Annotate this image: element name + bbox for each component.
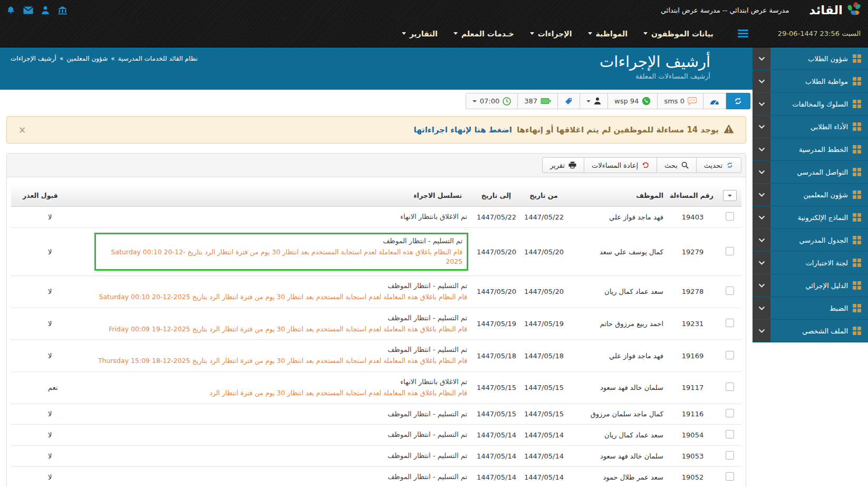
user-select-cell[interactable] (580, 93, 608, 109)
chevron-down-icon (758, 79, 765, 84)
sidebar-expand-toggle[interactable] (753, 320, 770, 342)
nav-menu-item[interactable]: المواظبة (588, 30, 628, 38)
brand[interactable]: القائد (809, 2, 862, 19)
row-checkbox[interactable] (726, 472, 734, 481)
sidebar-expand-toggle[interactable] (753, 47, 770, 70)
row-checkbox[interactable] (726, 287, 734, 295)
sidebar-item-label: الملف الشخصي (770, 327, 848, 335)
sidebar-item-label: شؤون المعلمين (770, 191, 848, 199)
breadcrumb-home[interactable]: نظام القائد للخدمات المدرسية (118, 55, 198, 62)
row-employee: فهد ماجد فواز علي (567, 340, 668, 372)
time-cell[interactable]: 07:00 (466, 93, 518, 109)
nav-menu-item[interactable]: التقارير (402, 30, 438, 38)
sms-cell[interactable]: sms 0 (657, 93, 703, 109)
refresh-button[interactable]: تحديث (696, 157, 741, 173)
sidebar-item[interactable]: النماذج الإلكترونية (753, 206, 868, 229)
sidebar-item[interactable]: التواصل المدرسي (753, 161, 868, 184)
sidebar-expand-toggle[interactable] (753, 229, 770, 251)
row-checkbox[interactable] (726, 319, 734, 327)
table-row: 19052 سعد عمر طلال حمود 1447/05/14 1447/… (11, 467, 741, 487)
sms-count: sms 0 (664, 97, 684, 105)
sidebar-item[interactable]: مواظبة الطلاب (753, 70, 868, 93)
row-to-date: 1447/05/22 (472, 207, 520, 228)
alert-text: يوجد 14 مساءلة للموظفين لم يتم اغلاقها أ… (517, 125, 719, 135)
row-checkbox[interactable] (726, 212, 734, 221)
refresh-toolbar-button[interactable] (726, 93, 750, 109)
sidebar-expand-toggle[interactable] (753, 93, 770, 115)
sidebar-expand-toggle[interactable] (753, 297, 770, 319)
chevron-down-icon (402, 32, 406, 35)
time-value: 07:00 (480, 97, 499, 105)
report-button[interactable]: تقرير (542, 157, 584, 173)
breadcrumb-section[interactable]: شؤون المعلمين (66, 55, 108, 62)
table-row: 19279 كمال يوسف علي سعد 1447/05/20 1447/… (11, 227, 741, 275)
action-status: تم التسليم - انتظار الموظف (95, 430, 467, 440)
row-from-date: 1447/05/14 (520, 446, 567, 467)
row-checkbox[interactable] (726, 451, 734, 460)
action-auto-close-note: قام النظام باغلاق هذه المعاملة لعدم استج… (95, 356, 467, 366)
row-checkbox[interactable] (726, 430, 734, 438)
sidebar-item[interactable]: شؤون الطلاب (753, 47, 868, 70)
action-status: تم التسليم - انتظار الموظف (95, 472, 467, 482)
sidebar-item[interactable]: الملف الشخصي (753, 320, 868, 342)
alert-finish-link[interactable]: اضغط هنا لإنهاء اجراءاتها (414, 125, 512, 135)
nav-menu-item[interactable]: خـدمات المعلم (454, 30, 514, 38)
battery-icon (541, 98, 551, 104)
sidebar-expand-toggle[interactable] (753, 252, 770, 274)
sidebar-item-label: لجنة الاختبارات (770, 259, 848, 267)
close-icon[interactable]: × (18, 126, 26, 135)
sidebar-expand-toggle[interactable] (753, 116, 770, 138)
row-checkbox[interactable] (726, 383, 734, 391)
col-header-employee: الموظف (567, 185, 668, 207)
grid-icon (853, 327, 861, 335)
select-all-dropdown[interactable] (723, 190, 737, 201)
row-id: 19053 (668, 446, 718, 467)
dashboard-cell[interactable] (703, 93, 726, 109)
row-excuse-accepted: نعم (11, 371, 90, 404)
row-employee: سلمان خالد فهد سعود (567, 371, 668, 404)
sidebar-expand-toggle[interactable] (753, 161, 770, 183)
row-id: 19279 (668, 227, 718, 275)
action-sequence-cell: تم التسليم - انتظار الموظف (94, 409, 468, 420)
nav-menu-item[interactable]: بيانات الموظفون (643, 30, 713, 38)
sidebar-item[interactable]: الدليل الإجرائي (753, 274, 868, 297)
sidebar-item[interactable]: الضبط (753, 297, 868, 320)
whatsapp-icon (642, 97, 651, 106)
row-checkbox[interactable] (726, 351, 734, 359)
nav-menu-item[interactable]: الإجراءات (530, 30, 572, 38)
whatsapp-cell[interactable]: wsp 94 (607, 93, 658, 109)
sidebar-expand-toggle[interactable] (753, 70, 770, 92)
chevron-down-icon (758, 215, 765, 220)
sidebar-expand-toggle[interactable] (753, 184, 770, 206)
sidebar-item[interactable]: لجنة الاختبارات (753, 252, 868, 274)
battery-cell[interactable]: 387 (517, 93, 558, 109)
row-to-date: 1447/05/18 (472, 340, 520, 372)
col-header-excuse: قبول العذر (11, 185, 90, 207)
mail-icon[interactable] (23, 6, 33, 14)
table-row: 19116 كمال ماجد سلمان مرزوق 1447/05/15 1… (11, 404, 741, 425)
sidebar-item[interactable]: شؤون المعلمين (753, 184, 868, 206)
row-checkbox[interactable] (726, 247, 734, 255)
sidebar-item[interactable]: الجدول المدرسي (753, 229, 868, 252)
row-checkbox[interactable] (726, 409, 734, 417)
sidebar-item[interactable]: السلوك والمخالفات (753, 93, 868, 116)
sidebar-expand-toggle[interactable] (753, 274, 770, 297)
sidebar-item[interactable]: الأداء الطلابي (753, 116, 868, 138)
page-header: أرشيف الإجراءات أرشيف المساءلات المعلقة … (0, 47, 753, 90)
search-button[interactable]: بحث (657, 157, 697, 173)
user-icon[interactable] (41, 6, 50, 15)
sidebar-expand-toggle[interactable] (753, 206, 770, 228)
row-to-date: 1447/05/15 (472, 404, 520, 425)
bell-icon[interactable] (6, 6, 15, 15)
tags-cell[interactable] (557, 93, 580, 109)
sidebar-item-label: الأداء الطلابي (770, 123, 848, 131)
sidebar: شؤون الطلاب مواظبة الطلاب (753, 47, 868, 487)
sidebar-expand-toggle[interactable] (753, 138, 770, 160)
action-status: تم التسليم - انتظار الموظف (95, 451, 467, 461)
school-name: مدرسة عرض ابتدائي -- مدرسة عرض ابتدائي (661, 6, 789, 14)
sidebar-item[interactable]: الخطط المدرسية (753, 138, 868, 161)
brand-logo-icon (847, 2, 862, 19)
reopen-accountability-button[interactable]: إعادة المساءلات (584, 157, 657, 173)
hamburger-icon[interactable] (738, 30, 748, 37)
bank-icon[interactable] (57, 6, 67, 15)
